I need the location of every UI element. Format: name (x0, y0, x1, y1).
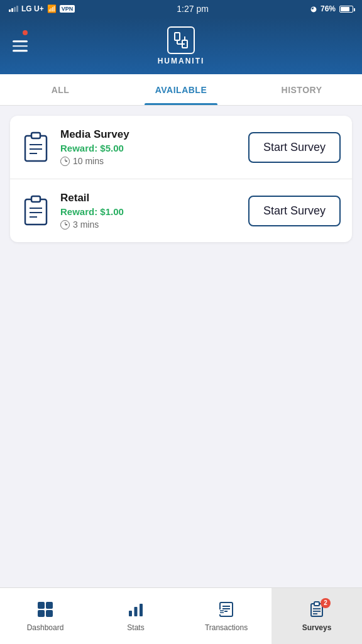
vpn-badge: VPN (60, 5, 75, 13)
bar-chart-icon (127, 601, 145, 618)
nav-label-surveys: Surveys (302, 623, 332, 632)
start-survey-button-media[interactable]: Start Survey (248, 132, 341, 163)
nav-icon-wrap-dashboard (36, 601, 54, 620)
surveys-badge: 2 (321, 598, 331, 608)
status-bar: LG U+ 📶 VPN 1:27 pm ◕ 76% (0, 0, 362, 18)
svg-rect-21 (140, 604, 143, 616)
tabs-bar: ALL AVAILABLE HISTORY (0, 74, 362, 106)
survey-time-retail: 3 mins (60, 219, 238, 230)
bottom-nav: Dashboard Stats Transactions (0, 587, 362, 644)
logo: HUMANITI (158, 26, 205, 65)
svg-rect-11 (31, 196, 40, 202)
nav-label-transactions: Transactions (205, 623, 248, 632)
svg-rect-15 (38, 602, 44, 608)
svg-rect-19 (129, 611, 132, 616)
notification-dot (23, 30, 28, 35)
nav-label-dashboard: Dashboard (27, 623, 64, 632)
clock-icon-retail (60, 220, 70, 230)
logo-icon (167, 26, 195, 54)
svg-rect-0 (175, 33, 180, 40)
nav-item-dashboard[interactable]: Dashboard (0, 588, 90, 644)
survey-time-media: 10 mins (60, 156, 238, 166)
svg-rect-20 (134, 607, 138, 616)
surveys-card: Media Survey Reward: $5.00 10 mins Start… (10, 116, 352, 242)
status-right: ◕ 76% (310, 4, 353, 13)
svg-rect-17 (38, 611, 44, 616)
nav-item-surveys[interactable]: 2 Surveys (272, 588, 362, 644)
battery-icon (339, 6, 353, 13)
survey-info-media: Media Survey Reward: $5.00 10 mins (60, 128, 238, 166)
nav-icon-wrap-surveys: 2 (308, 601, 326, 620)
transactions-icon (217, 601, 235, 618)
survey-item-media: Media Survey Reward: $5.00 10 mins Start… (10, 116, 352, 179)
battery-percent: 76% (321, 4, 336, 13)
hamburger-button[interactable] (13, 40, 28, 52)
svg-rect-18 (47, 611, 52, 616)
grid-icon (36, 601, 54, 618)
screen-timeout-icon: ◕ (310, 5, 317, 13)
status-left: LG U+ 📶 VPN (9, 4, 75, 13)
carrier-label: LG U+ (21, 4, 44, 13)
svg-rect-30 (314, 602, 319, 606)
clipboard-icon-retail (21, 194, 50, 227)
start-survey-button-retail[interactable]: Start Survey (248, 196, 341, 226)
tab-all[interactable]: ALL (0, 74, 121, 105)
signal-bars-icon (9, 6, 18, 12)
nav-icon-wrap-stats (127, 601, 145, 620)
survey-reward-retail: Reward: $1.00 (60, 206, 238, 217)
nav-item-stats[interactable]: Stats (90, 588, 181, 644)
logo-text: HUMANITI (158, 57, 205, 65)
content-area: Media Survey Reward: $5.00 10 mins Start… (0, 106, 362, 262)
clipboard-icon-media (21, 131, 50, 164)
nav-icon-wrap-transactions (217, 601, 235, 620)
tab-available[interactable]: AVAILABLE (121, 74, 241, 105)
tab-history[interactable]: HISTORY (241, 74, 362, 105)
status-time: 1:27 pm (177, 4, 209, 14)
survey-item-retail: Retail Reward: $1.00 3 mins Start Survey (10, 179, 352, 242)
survey-reward-media: Reward: $5.00 (60, 143, 238, 153)
clock-icon-media (60, 157, 70, 166)
app-header: HUMANITI (0, 18, 362, 74)
nav-label-stats: Stats (127, 623, 144, 632)
wifi-icon: 📶 (47, 4, 57, 13)
survey-info-retail: Retail Reward: $1.00 3 mins (60, 192, 238, 230)
svg-rect-16 (47, 602, 52, 608)
survey-title-retail: Retail (60, 192, 238, 204)
svg-rect-6 (31, 133, 40, 138)
nav-item-transactions[interactable]: Transactions (181, 588, 272, 644)
survey-title-media: Media Survey (60, 128, 238, 141)
svg-rect-26 (219, 609, 224, 614)
